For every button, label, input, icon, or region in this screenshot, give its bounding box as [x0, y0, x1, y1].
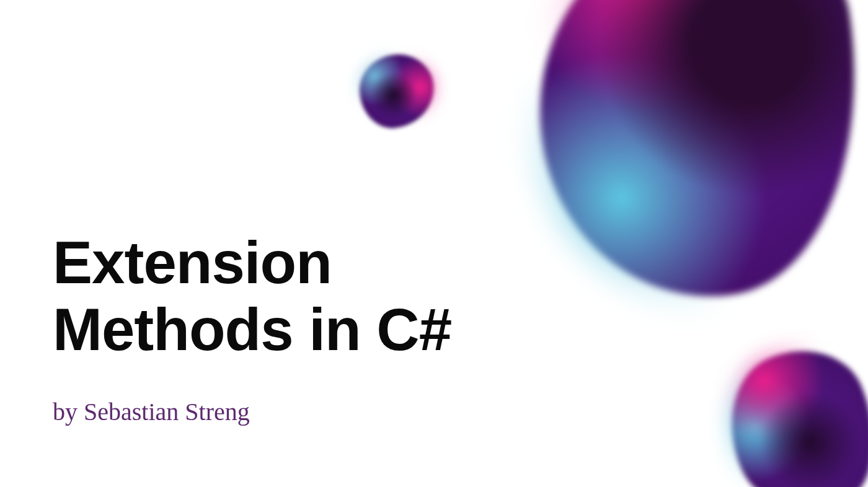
slide-title: Extension Methods in C#	[53, 229, 451, 362]
title-line-2: Methods in C#	[53, 296, 451, 362]
slide-author: by Sebastian Streng	[53, 397, 451, 426]
title-line-1: Extension	[53, 229, 332, 296]
decorative-blob-medium	[713, 338, 868, 487]
decorative-blob-large	[496, 0, 868, 335]
decorative-blob-small	[353, 50, 440, 136]
blob-core	[515, 0, 868, 318]
slide-text-block: Extension Methods in C# by Sebastian Str…	[53, 229, 451, 426]
